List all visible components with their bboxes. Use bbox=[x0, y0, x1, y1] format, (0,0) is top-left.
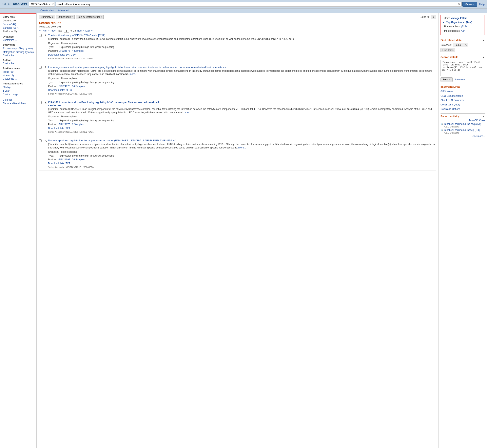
expression-array-filter[interactable]: Expression profiling by array bbox=[3, 47, 34, 50]
methylation-array-filter[interactable]: Methylation profiling by array bbox=[3, 50, 34, 54]
platform-link[interactable]: GPL21697 bbox=[58, 158, 70, 161]
find-related-collapse-btn[interactable]: ▲ bbox=[483, 39, 485, 42]
result-title-link[interactable]: The functional study of DEK in 786-O cel… bbox=[48, 34, 105, 37]
result-title-link[interactable]: Immunogenomics and spatial proteomic map… bbox=[48, 66, 226, 69]
recent-activity-collapse-btn[interactable]: ▲ bbox=[483, 115, 485, 118]
activity-source: GEO DataSets bbox=[444, 131, 480, 134]
result-number: 1. bbox=[43, 34, 47, 60]
turn-off-clear-row: Turn Off Clear bbox=[440, 119, 485, 122]
search-icon: 🔍 bbox=[440, 123, 444, 126]
pub-dates-title: Publication dates bbox=[3, 82, 34, 85]
construct-query-link[interactable]: Construct a Query bbox=[440, 103, 485, 107]
tissue-filter[interactable]: tissue (66) bbox=[3, 70, 34, 74]
platform-link[interactable]: GPL24676 bbox=[58, 85, 70, 88]
search-details-collapse-btn[interactable]: ▲ bbox=[483, 56, 485, 59]
search-details-button[interactable]: Search bbox=[440, 77, 453, 82]
result-meta: Organism: Homo sapiens Type: Expression … bbox=[48, 77, 436, 92]
result-number: 3. bbox=[43, 101, 47, 133]
download-link[interactable]: Download data: TXT bbox=[48, 127, 70, 130]
page-number-input[interactable] bbox=[64, 29, 69, 32]
author-section: Author Customize ... bbox=[3, 59, 34, 65]
download-options-link[interactable]: Download Options bbox=[440, 107, 485, 112]
study-customize-link[interactable]: Customize ... bbox=[3, 54, 17, 57]
result-title-link[interactable]: Nuclear speckles regulate functional pro… bbox=[48, 139, 176, 142]
pagination: << First < Prev Page of 18 Next > Last >… bbox=[39, 29, 436, 32]
find-related-select[interactable]: Select PubMed Protein Gene bbox=[453, 43, 468, 47]
geo-docs-link[interactable]: GEO Documentation bbox=[440, 94, 485, 98]
download-link[interactable]: Download data: XLSX bbox=[48, 89, 72, 91]
result-checkbox[interactable] bbox=[39, 139, 42, 142]
samples-link[interactable]: 4 Samples bbox=[72, 49, 84, 52]
filters-label: Filters: bbox=[443, 17, 450, 20]
find-related-section: Find related data ▲ Database: Select Pub… bbox=[440, 37, 485, 52]
thirty-days-filter[interactable]: 30 days bbox=[3, 85, 34, 89]
clear-search-icon[interactable]: ✕ bbox=[458, 3, 460, 6]
page-label: Page bbox=[57, 29, 62, 32]
activity-query-link[interactable]: renal cell carcinoma rna seq (351) bbox=[444, 123, 481, 125]
send-to-label: Send to: ▾ bbox=[421, 15, 436, 19]
toolbar-row: Summary ▾ 20 per page ▾ Sort by Default … bbox=[39, 15, 436, 19]
more-link[interactable]: more... bbox=[238, 146, 246, 149]
result-title-link[interactable]: KIAA1429 promotes cell proliferation by … bbox=[48, 101, 159, 107]
entry-type-section: Entry type DataSets (0) Series (144) Sam… bbox=[3, 16, 34, 33]
summary-button[interactable]: Summary ▾ bbox=[39, 15, 55, 19]
platform-link[interactable]: GPL24676 bbox=[58, 49, 70, 52]
search-details-textarea[interactable]: ("carcinoma, renal cell"[MeSH Terms] OR … bbox=[440, 60, 485, 76]
activity-query-link[interactable]: renal cell carcinoma rnaseq (108) bbox=[444, 129, 480, 131]
result-description: (Submitter supplied) KIAA1429 is an inte… bbox=[48, 107, 436, 114]
clear-all-link[interactable]: Clear all bbox=[3, 98, 34, 101]
geo-home-link[interactable]: GEO Home bbox=[440, 89, 485, 94]
samples-link[interactable]: 2 Samples bbox=[72, 123, 84, 126]
more-link[interactable]: more... bbox=[130, 73, 137, 76]
strain-filter[interactable]: strain (15) bbox=[3, 74, 34, 77]
send-to-button[interactable]: ▾ bbox=[431, 15, 436, 19]
homo-count-link[interactable]: (329) bbox=[461, 25, 467, 28]
result-checkbox[interactable] bbox=[39, 34, 42, 37]
result-number: 4. bbox=[43, 139, 47, 168]
result-item: 1. The functional study of DEK in 786-O … bbox=[39, 34, 436, 62]
organism-customize-link[interactable]: Customize ... bbox=[3, 39, 17, 41]
create-alert-link[interactable]: Create alert bbox=[41, 9, 54, 12]
result-checkbox[interactable] bbox=[39, 66, 42, 69]
collapse-triangle-icon[interactable] bbox=[443, 22, 445, 23]
series-filter[interactable]: Series (144) bbox=[3, 22, 34, 26]
more-link[interactable]: more... bbox=[184, 111, 191, 114]
see-more-activity-link[interactable]: See more... bbox=[472, 135, 485, 137]
first-page-link[interactable]: << First bbox=[39, 29, 47, 32]
last-page-link[interactable]: Last >> bbox=[85, 29, 93, 32]
find-items-button[interactable]: Find items bbox=[440, 48, 455, 52]
filters-header: Filters: Manage Filters bbox=[443, 17, 483, 20]
samples-link[interactable]: 26 Samples bbox=[72, 158, 85, 161]
author-customize-link[interactable]: Customize ... bbox=[3, 62, 17, 65]
samples-filter[interactable]: Samples (207) bbox=[3, 26, 34, 30]
download-link[interactable]: Download data: BW, CSV bbox=[48, 53, 76, 56]
help-link[interactable]: Help bbox=[479, 3, 485, 6]
tree-link[interactable]: [Tree] bbox=[466, 21, 472, 24]
manage-filters-link[interactable]: Manage Filters bbox=[450, 17, 467, 20]
clear-activity-link[interactable]: Clear bbox=[479, 119, 485, 122]
about-geo-link[interactable]: About GEO DataSets bbox=[440, 98, 485, 103]
custom-range-filter[interactable]: Custom range... bbox=[3, 93, 34, 96]
activity-source: GEO DataSets bbox=[444, 125, 481, 128]
next-page-link[interactable]: Next > bbox=[77, 29, 84, 32]
result-checkbox[interactable] bbox=[39, 101, 42, 104]
results-heading: Search results bbox=[39, 21, 436, 25]
search-input[interactable] bbox=[56, 2, 462, 7]
turn-off-link[interactable]: Turn Off bbox=[469, 119, 478, 122]
samples-link[interactable]: 54 Samples bbox=[72, 85, 85, 88]
platform-link[interactable]: GPL24676 bbox=[58, 123, 70, 126]
prev-page-link[interactable]: < Prev bbox=[49, 29, 56, 32]
search-details-see-more[interactable]: See more... bbox=[454, 78, 467, 81]
one-year-filter[interactable]: 1 year bbox=[3, 89, 34, 93]
show-filters-link[interactable]: Show additional filters bbox=[3, 102, 34, 105]
result-item: 4. Nuclear speckles regulate functional … bbox=[39, 139, 436, 170]
per-page-button[interactable]: 20 per page ▾ bbox=[56, 15, 74, 19]
mus-count-link[interactable]: (28) bbox=[461, 30, 465, 32]
sort-button[interactable]: Sort by Default order ▾ bbox=[76, 15, 104, 19]
download-link[interactable]: Download data: TXT bbox=[48, 162, 70, 165]
database-selector[interactable]: GEO DataSets ▾ bbox=[29, 2, 55, 7]
advanced-link[interactable]: Advanced bbox=[57, 9, 69, 12]
attr-customize-link[interactable]: Customize ... bbox=[3, 77, 17, 80]
search-button[interactable]: Search bbox=[462, 2, 477, 7]
important-links-header: Important Links bbox=[440, 85, 485, 88]
